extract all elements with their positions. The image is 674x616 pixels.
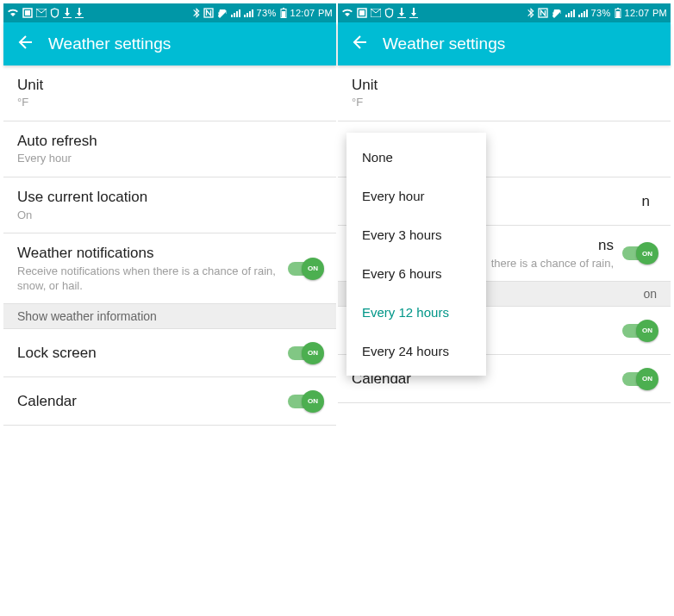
settings-list: Unit °F Auto refresh Every hour n ns the…: [338, 65, 671, 403]
app-bar: Weather settings: [338, 22, 671, 65]
menu-item-12h[interactable]: Every 12 hours: [346, 293, 486, 332]
nfc-icon: [203, 8, 214, 18]
svg-rect-6: [283, 8, 284, 9]
download-icon-2: [409, 8, 418, 18]
gmail-icon: [371, 9, 381, 17]
signal-icon-2: [244, 9, 253, 17]
setting-sub: °F: [352, 96, 650, 110]
battery-icon: [615, 8, 621, 18]
status-right-icons: 73% 12:07 PM: [193, 8, 333, 18]
setting-unit[interactable]: Unit °F: [338, 65, 671, 121]
battery-percent: 73%: [257, 8, 277, 18]
setting-title: Weather notifications: [17, 244, 279, 262]
page-title: Weather settings: [383, 34, 505, 53]
toggle-calendar[interactable]: ON: [286, 392, 322, 411]
menu-item-24h[interactable]: Every 24 hours: [346, 332, 486, 370]
bluetooth-icon: [193, 8, 200, 18]
setting-lock-screen[interactable]: Lock screen ON: [3, 329, 336, 377]
menu-item-1h[interactable]: Every hour: [346, 177, 486, 215]
setting-title: Use current location: [17, 188, 315, 206]
setting-title: Calendar: [17, 392, 279, 410]
back-icon[interactable]: [350, 34, 367, 54]
nfc-icon: [538, 8, 548, 18]
menu-item-6h[interactable]: Every 6 hours: [346, 254, 486, 293]
toggle-on-label: ON: [636, 242, 658, 264]
setting-unit[interactable]: Unit °F: [3, 65, 336, 121]
screenshot-icon: [22, 8, 33, 18]
svg-rect-5: [282, 11, 285, 17]
gmail-icon: [36, 9, 47, 17]
toggle-on-label: ON: [302, 342, 324, 364]
setting-title: Unit: [17, 76, 315, 94]
status-bar: 73% 12:07 PM: [338, 3, 671, 22]
svg-rect-1: [25, 10, 30, 16]
shield-icon: [50, 8, 59, 18]
status-time: 12:07 PM: [290, 8, 333, 18]
svg-rect-12: [616, 11, 620, 17]
screenshot-right: 73% 12:07 PM Weather settings Unit °F: [338, 3, 671, 613]
setting-sub: On: [17, 208, 315, 223]
screenshot-left: 73% 12:07 PM Weather settings Unit °F: [3, 3, 336, 613]
toggle-on-label: ON: [636, 320, 658, 342]
shield-icon: [384, 8, 394, 18]
setting-sub: Every hour: [17, 152, 315, 166]
menu-item-3h[interactable]: Every 3 hours: [346, 215, 486, 254]
bluetooth-icon: [527, 8, 534, 18]
status-time: 12:07 PM: [625, 8, 667, 18]
status-right-icons: 73% 12:07 PM: [527, 8, 667, 18]
setting-sub: Receive notifications when there is a ch…: [17, 264, 279, 294]
auto-refresh-menu: None Every hour Every 3 hours Every 6 ho…: [346, 133, 486, 376]
svg-rect-13: [617, 8, 619, 9]
page-title: Weather settings: [48, 34, 171, 53]
app-bar: Weather settings: [3, 22, 336, 65]
section-header-show-weather-info: Show weather information: [3, 304, 336, 329]
toggle-on-label: ON: [636, 368, 658, 390]
back-icon[interactable]: [16, 34, 33, 54]
signal-icon-2: [578, 9, 588, 17]
menu-item-none[interactable]: None: [346, 138, 486, 177]
status-left-icons: [341, 8, 418, 18]
toggle-on-label: ON: [302, 390, 324, 413]
status-bar: 73% 12:07 PM: [3, 3, 336, 22]
wifi-calling-icon: [341, 8, 353, 18]
signal-icon: [565, 9, 575, 17]
settings-list: Unit °F Auto refresh Every hour Use curr…: [3, 65, 336, 426]
setting-auto-refresh[interactable]: Auto refresh Every hour: [3, 121, 336, 177]
svg-rect-8: [359, 10, 365, 16]
setting-title: Unit: [352, 76, 650, 94]
battery-percent: 73%: [591, 8, 611, 18]
vibrate-icon: [217, 8, 228, 18]
setting-title: Lock screen: [17, 344, 279, 362]
toggle-lock-screen[interactable]: ON: [621, 321, 657, 340]
download-icon: [397, 8, 406, 18]
toggle-weather-notifications[interactable]: ON: [621, 244, 657, 263]
wifi-calling-icon: [7, 8, 19, 18]
setting-use-current-location[interactable]: Use current location On: [3, 177, 336, 233]
battery-icon: [280, 8, 287, 18]
setting-sub: °F: [17, 96, 315, 110]
setting-calendar[interactable]: Calendar ON: [3, 377, 336, 426]
status-left-icons: [7, 8, 84, 18]
download-icon: [63, 8, 72, 18]
toggle-calendar[interactable]: ON: [621, 370, 657, 389]
download-icon-2: [75, 8, 84, 18]
toggle-weather-notifications[interactable]: ON: [286, 259, 322, 278]
signal-icon: [231, 9, 240, 17]
setting-weather-notifications[interactable]: Weather notifications Receive notificati…: [3, 233, 336, 304]
screenshot-icon: [357, 8, 367, 18]
vibrate-icon: [552, 8, 562, 18]
toggle-on-label: ON: [302, 258, 324, 280]
toggle-lock-screen[interactable]: ON: [286, 344, 322, 363]
setting-title: Auto refresh: [17, 132, 315, 150]
